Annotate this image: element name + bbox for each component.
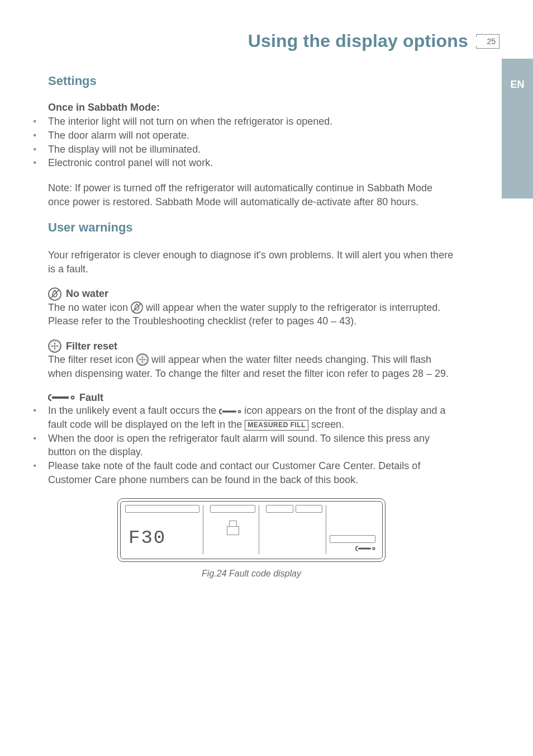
page-number-box: 25 bbox=[476, 34, 499, 49]
svg-point-14 bbox=[142, 361, 143, 362]
list-item: The door alarm will not operate. bbox=[48, 129, 455, 143]
filter-reset-title: Filter reset bbox=[66, 341, 117, 352]
svg-point-6 bbox=[54, 343, 55, 344]
svg-point-13 bbox=[142, 357, 143, 358]
filter-reset-icon bbox=[136, 353, 149, 366]
page-number: 25 bbox=[487, 37, 496, 46]
list-item: The display will not be illuminated. bbox=[48, 143, 455, 157]
sabbath-note: Note: If power is turned off the refrige… bbox=[48, 181, 455, 209]
warnings-heading: User warnings bbox=[48, 220, 455, 235]
no-water-icon bbox=[131, 301, 143, 314]
list-item: In the unlikely event a fault occurs the… bbox=[48, 404, 455, 432]
svg-point-7 bbox=[54, 348, 55, 349]
fault-icon bbox=[355, 545, 375, 552]
fault-heading: Fault bbox=[48, 392, 455, 404]
svg-point-15 bbox=[140, 359, 141, 360]
sabbath-subhead: Once in Sabbath Mode: bbox=[48, 102, 455, 114]
list-item: Please take note of the fault code and c… bbox=[48, 459, 455, 487]
list-item: When the door is open the refrigerator f… bbox=[48, 432, 455, 460]
no-water-heading: No water bbox=[48, 287, 455, 301]
no-water-body: The no water icon will appear when the w… bbox=[48, 301, 455, 329]
fault-display-figure: F30 bbox=[117, 498, 386, 562]
svg-point-10 bbox=[54, 346, 56, 347]
fault-code-value: F30 bbox=[125, 527, 199, 549]
svg-point-4 bbox=[49, 340, 61, 352]
svg-point-17 bbox=[142, 359, 144, 361]
warnings-intro: Your refrigerator is clever enough to di… bbox=[48, 248, 455, 276]
list-item: Electronic control panel will not work. bbox=[48, 156, 455, 170]
svg-point-16 bbox=[144, 359, 145, 360]
no-water-title: No water bbox=[66, 288, 108, 300]
fault-icon bbox=[48, 393, 75, 402]
svg-point-21 bbox=[239, 410, 241, 413]
page: Using the display options 25 EN Settings… bbox=[0, 0, 533, 756]
svg-point-9 bbox=[56, 346, 58, 347]
figure-caption: Fig.24 Fault code display bbox=[48, 569, 455, 579]
measured-fill-label: MEASURED FILL bbox=[245, 420, 308, 431]
svg-point-8 bbox=[51, 346, 53, 347]
filter-reset-heading: Filter reset bbox=[48, 339, 455, 353]
settings-heading: Settings bbox=[48, 74, 455, 88]
sabbath-bullets: The interior light will not turn on when… bbox=[48, 115, 455, 170]
svg-point-19 bbox=[72, 396, 74, 399]
svg-point-11 bbox=[137, 354, 148, 365]
fault-title: Fault bbox=[79, 392, 103, 404]
list-item: The interior light will not turn on when… bbox=[48, 115, 455, 129]
text-fragment: The filter reset icon bbox=[48, 354, 136, 365]
text-fragment: screen. bbox=[311, 419, 344, 430]
filter-reset-icon bbox=[48, 339, 61, 353]
fault-bullets: In the unlikely event a fault occurs the… bbox=[48, 404, 455, 487]
page-title: Using the display options bbox=[248, 31, 468, 51]
text-fragment: In the unlikely event a fault occurs the bbox=[48, 405, 219, 416]
language-label: EN bbox=[510, 79, 524, 91]
fault-icon bbox=[219, 408, 241, 415]
no-water-icon bbox=[48, 287, 61, 301]
language-tab: EN bbox=[502, 59, 533, 199]
svg-rect-20 bbox=[222, 410, 236, 412]
filter-reset-body: The filter reset icon will appear when t… bbox=[48, 353, 455, 381]
content: Settings Once in Sabbath Mode: The inter… bbox=[34, 74, 499, 579]
header: Using the display options 25 bbox=[34, 31, 499, 51]
text-fragment: The no water icon bbox=[48, 302, 131, 313]
svg-rect-18 bbox=[52, 396, 69, 399]
